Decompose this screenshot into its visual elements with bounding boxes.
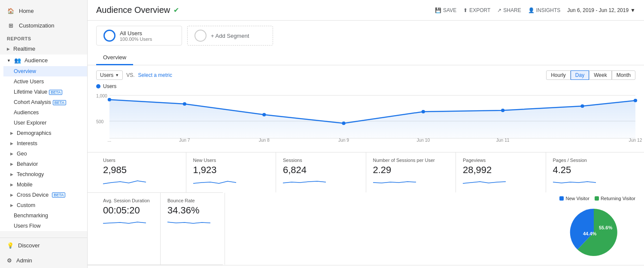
chevron-right-icon: ▶ [10,131,13,135]
verified-icon: ✔ [173,6,179,14]
stat-sessions: Sessions 6,824 [276,152,366,192]
sidebar-item-audiences[interactable]: Audiences [3,107,87,118]
sidebar-item-lifetime-value[interactable]: Lifetime ValueBETA [3,87,87,97]
home-icon: 🏠 [7,7,15,15]
sidebar-item-technology[interactable]: ▶ Technology [3,169,87,180]
time-btn-month[interactable]: Month [612,70,635,80]
chevron-right-icon: ▶ [10,203,13,207]
sidebar-item-behavior[interactable]: ▶ Behavior [3,159,87,169]
page-title: Audience Overview ✔ [96,5,179,15]
sidebar-item-geo[interactable]: ▶ Geo [3,149,87,159]
sidebar-item-overview[interactable]: Overview [3,66,87,76]
svg-text:500: 500 [96,119,104,124]
stat-value: 2,985 [103,164,179,176]
returning-pct-label: 55.6% [599,225,612,230]
chevron-right-icon: ▶ [10,183,13,187]
sidebar-item-cohort[interactable]: Cohort AnalysisBETA [3,97,87,107]
audience-icon: 👥 [14,57,21,64]
stat-value: 4.25 [553,164,629,176]
insights-button[interactable]: 👤 INSIGHTS [528,7,561,13]
stat-pages-session: Pages / Session 4.25 [546,152,636,192]
segment-circle-icon [103,30,115,42]
chart-point [501,109,504,112]
metric-dropdown[interactable]: Users ▼ [96,70,123,80]
chevron-right-icon: ▶ [7,47,10,51]
chevron-down-icon: ▼ [115,73,119,77]
sidebar-item-home[interactable]: 🏠 Home [0,3,87,18]
chevron-right-icon: ▶ [10,172,13,177]
date-range-picker[interactable]: Jun 6, 2019 - Jun 12, 2019 ▼ [567,7,635,13]
language-table: Language Users % Users 1. en-us 2,117 70… [282,265,635,268]
time-btn-hourly[interactable]: Hourly [546,70,571,80]
share-button[interactable]: ↗ SHARE [497,7,521,13]
chart-point [262,113,266,116]
select-metric-button[interactable]: Select a metric [138,72,172,78]
svg-text:...: ... [108,138,112,143]
segment-sub: 100.00% Users [120,37,152,42]
stat-value: 34.36% [167,205,218,216]
svg-text:Jun 12: Jun 12 [629,138,642,143]
sidebar-item-audience[interactable]: ▼ 👥 Audience [0,55,87,66]
sparkline [193,177,236,186]
stat-pageviews: Pageviews 28,992 [456,152,546,192]
sidebar-item-mobile[interactable]: ▶ Mobile [3,180,87,190]
returning-visitor-dot [595,196,599,201]
all-users-segment[interactable]: All Users 100.00% Users [96,26,182,46]
tabs: Overview [88,51,644,65]
sidebar-item-discover[interactable]: 💡 Discover [0,238,87,253]
sidebar-item-customization[interactable]: ⊞ Customization [0,18,87,33]
tab-overview[interactable]: Overview [96,51,133,65]
stat-label: Bounce Rate [167,198,218,203]
page-header: Audience Overview ✔ 💾 SAVE ⬆ EXPORT ↗ SH… [88,0,644,21]
sidebar-item-active-users[interactable]: Active Users [3,76,87,87]
chevron-down-icon: ▼ [630,7,635,13]
chevron-down-icon: ▼ [7,58,11,63]
bottom-section: Demographics Language ▶ Country City Lan… [88,265,644,268]
sidebar-item-interests[interactable]: ▶ Interests [3,138,87,149]
sidebar-item-cross-device[interactable]: ▶ Cross DeviceBETA [3,190,87,200]
chart-legend: Users [96,83,635,89]
save-button[interactable]: 💾 SAVE [435,7,456,13]
stat-label: Number of Sessions per User [373,158,449,163]
stats-row2: Avg. Session Duration 00:05:20 Bounce Ra… [88,192,223,265]
chart-svg: 1,000 500 ... [96,91,635,143]
time-btn-week[interactable]: Week [589,70,611,80]
stat-users: Users 2,985 [96,152,186,192]
returning-visitor-label: Returning Visitor [601,196,635,201]
add-segment-button[interactable]: + Add Segment [187,26,273,46]
metric-selector: Users ▼ VS. Select a metric [96,70,172,80]
stat-value: 2.29 [373,164,449,176]
sidebar-item-realtime[interactable]: ▶ Realtime [0,43,87,55]
legend-dot-users [96,84,100,88]
sidebar-item-benchmarking[interactable]: Benchmarking [3,210,87,221]
sidebar-item-demographics[interactable]: ▶ Demographics [3,128,87,138]
sidebar-item-user-explorer[interactable]: User Explorer [3,118,87,128]
language-table-header: Language Users % Users [282,265,635,268]
chart-point [634,99,637,102]
sidebar: 🏠 Home ⊞ Customization REPORTS ▶ Realtim… [0,0,88,268]
stats-row2-container: Avg. Session Duration 00:05:20 Bounce Ra… [88,192,644,265]
chart-area: Users ▼ VS. Select a metric Hourly Day W… [88,65,644,152]
pie-chart-svg: 44.4% 55.6% [559,204,628,260]
chart-point [342,122,345,125]
stat-value: 6,824 [283,164,359,176]
admin-icon: ⚙ [7,257,12,264]
pie-legend: New Visitor Returning Visitor [559,196,635,201]
stat-new-users: New Users 1,923 [186,152,276,192]
main-content: Audience Overview ✔ 💾 SAVE ⬆ EXPORT ↗ SH… [88,0,644,268]
discover-label: Discover [18,242,40,249]
line-chart: 1,000 500 ... [96,91,635,147]
svg-text:1,000: 1,000 [96,94,107,98]
segment-bar: All Users 100.00% Users + Add Segment [88,21,644,51]
stat-value: 28,992 [463,164,539,176]
sidebar-item-users-flow[interactable]: Users Flow [3,221,87,231]
legend-label-users: Users [103,83,116,89]
reports-label: REPORTS [0,33,87,43]
sidebar-item-admin[interactable]: ⚙ Admin [0,253,87,268]
time-btn-day[interactable]: Day [571,70,589,80]
stat-label: Pageviews [463,158,539,163]
sidebar-item-custom[interactable]: ▶ Custom [3,200,87,210]
export-button[interactable]: ⬆ EXPORT [463,7,490,13]
sparkline [167,218,210,226]
customization-icon: ⊞ [7,21,15,29]
